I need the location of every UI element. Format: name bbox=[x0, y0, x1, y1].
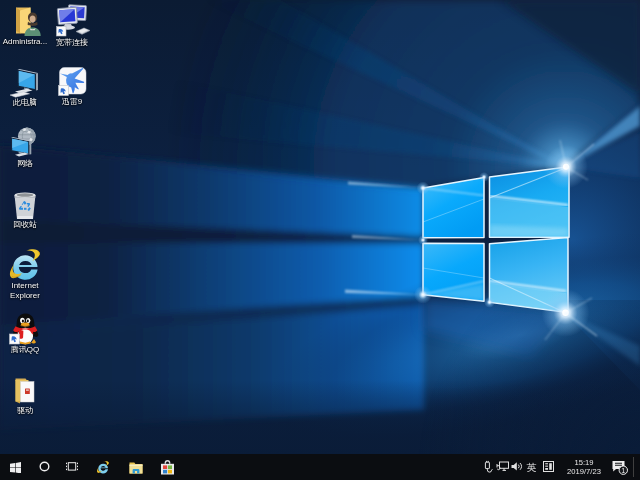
svg-text:15:19: 15:19 bbox=[574, 458, 593, 467]
svg-text:英: 英 bbox=[527, 462, 537, 473]
svg-text:2019/7/23: 2019/7/23 bbox=[567, 467, 601, 476]
svg-text:1: 1 bbox=[621, 467, 625, 474]
